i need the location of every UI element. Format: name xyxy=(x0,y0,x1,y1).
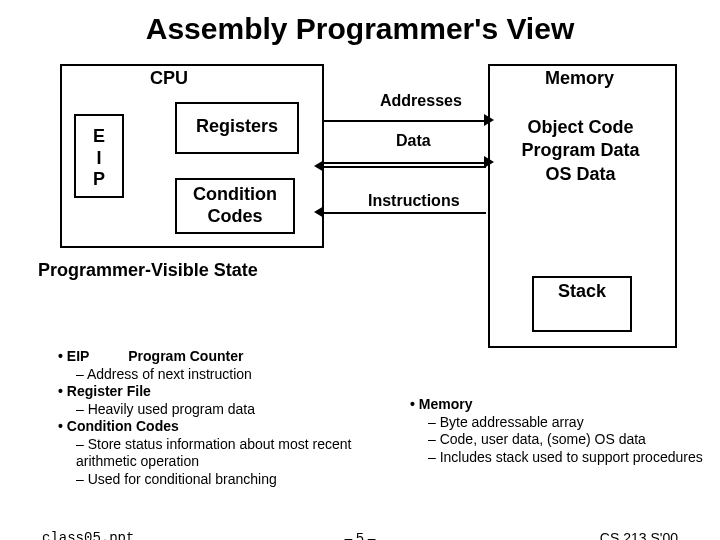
arrowhead-icon xyxy=(314,206,324,218)
page-title: Assembly Programmer's View xyxy=(0,0,720,52)
data-label: Data xyxy=(396,132,431,150)
instructions-label: Instructions xyxy=(368,192,460,210)
bullet-pc: Program Counter xyxy=(128,348,243,364)
registers-box: Registers xyxy=(175,102,299,154)
arrow-addresses xyxy=(322,120,486,122)
list-item: • EIP Program Counter xyxy=(58,348,398,366)
bullet-eip: • EIP xyxy=(58,348,89,364)
stack-box: Stack xyxy=(532,276,632,332)
list-item: – Includes stack used to support procedu… xyxy=(428,449,710,467)
list-item: • Condition Codes xyxy=(58,418,398,436)
list-item: – Code, user data, (some) OS data xyxy=(428,431,710,449)
arrowhead-icon xyxy=(484,156,494,168)
eip-box: E I P xyxy=(74,114,124,198)
arrowhead-icon xyxy=(484,114,494,126)
arrowhead-icon xyxy=(314,160,324,172)
programmer-visible-state-heading: Programmer-Visible State xyxy=(38,260,258,281)
left-bullets: • EIP Program Counter – Address of next … xyxy=(58,348,398,488)
footer-course: CS 213 S'00 xyxy=(600,530,678,540)
memory-label: Memory xyxy=(545,68,614,89)
memory-contents: Object Code Program Data OS Data xyxy=(494,116,667,186)
list-item: – Byte addressable array xyxy=(428,414,710,432)
list-item: • Memory xyxy=(410,396,710,414)
list-item: – Used for conditional branching xyxy=(76,471,398,489)
arrow-data xyxy=(322,162,486,164)
cpu-label: CPU xyxy=(150,68,188,89)
condition-codes-box: Condition Codes xyxy=(175,178,295,234)
arrow-instructions xyxy=(322,212,486,214)
right-bullets: • Memory – Byte addressable array – Code… xyxy=(410,396,710,466)
list-item: • Register File xyxy=(58,383,398,401)
addresses-label: Addresses xyxy=(380,92,462,110)
list-item: – Store status information about most re… xyxy=(76,436,398,471)
list-item: – Address of next instruction xyxy=(76,366,398,384)
diagram-area: CPU E I P Registers Condition Codes Memo… xyxy=(0,52,720,352)
list-item: – Heavily used program data xyxy=(76,401,398,419)
arrow-data xyxy=(322,166,486,168)
